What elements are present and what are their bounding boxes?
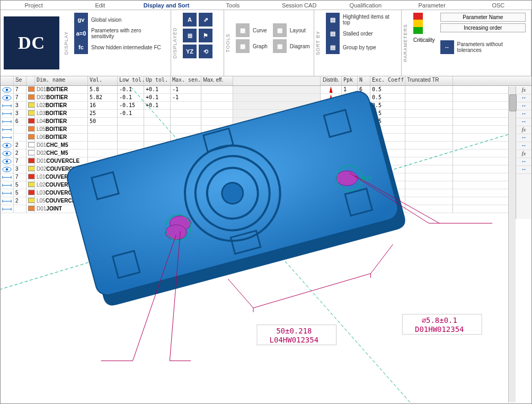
table-row[interactable]: 2D02CHC_M5 (1, 150, 531, 157)
arrow-icon[interactable]: ↔ (516, 118, 531, 126)
sortby-item[interactable]: ▤Highlighted items at top (326, 13, 396, 27)
diagram-icon: ▦ (273, 39, 287, 53)
table-row[interactable]: D01JOINT2.5 (1, 205, 531, 213)
menu-tools[interactable]: Tools (200, 1, 266, 10)
fx-icon[interactable]: fx (516, 126, 531, 134)
col-header[interactable]: Max. eff. (201, 76, 233, 85)
sort-icon: ▤ (326, 13, 340, 27)
parameter-name-button[interactable]: Parameter Name (440, 13, 526, 22)
svg-point-3 (6, 96, 8, 99)
menu-osc[interactable]: OSC (465, 1, 531, 10)
table-row[interactable]: L06BOITIER160.5 (1, 134, 531, 142)
ribbon-group-displayed: DISPLAYED A⇗⊞⚑YZ⟲ (171, 10, 224, 76)
tool-layout[interactable]: ▦Layout (273, 23, 310, 37)
table-row[interactable]: 7D01COUVERCLE60.5 (1, 157, 531, 165)
displayed-icon[interactable]: A (183, 13, 197, 27)
gv-icon: gv (74, 13, 88, 27)
col-header[interactable]: Ppk (342, 76, 358, 85)
col-header[interactable]: N (358, 76, 370, 85)
table-row[interactable]: 3L02BOITIER16-0.15+0.1160.5 (1, 102, 531, 110)
svg-point-5 (6, 144, 8, 147)
svg-text:L04HW012354: L04HW012354 (270, 336, 319, 344)
display-global[interactable]: gvGlobal vision (74, 13, 165, 27)
group-label: SORT BY (315, 31, 321, 55)
menu-qualification[interactable]: Qualification (332, 1, 398, 10)
table-row[interactable]: 2D01CHC_M5 (1, 142, 531, 150)
arrow-icon[interactable]: ↔ (516, 102, 531, 110)
table-row[interactable]: 5L03COUVERCLE2560.5 (1, 189, 531, 197)
col-header[interactable]: Exc. Coeff. (370, 76, 405, 85)
tool-diagram[interactable]: ▦Diagram (273, 39, 310, 53)
fx-icon[interactable]: fx (516, 150, 531, 158)
arrow-icon[interactable]: ↔ (516, 142, 531, 150)
svg-text:50±0.218: 50±0.218 (276, 327, 312, 335)
arrow-icon[interactable]: ↔ (516, 110, 531, 118)
col-header[interactable]: Dim. name (35, 76, 88, 85)
table-row[interactable]: 7L01COUVERCLE60.5 (1, 173, 531, 181)
svg-point-25 (170, 216, 191, 231)
table-row[interactable]: 2L05COUVERCLE0.160.5 (1, 197, 531, 205)
menu-display-and-sort[interactable]: Display and Sort (134, 1, 200, 10)
svg-point-26 (165, 225, 187, 240)
table-row[interactable]: 5L02COUVERCLE1660.5 (1, 181, 531, 189)
grid-header: SeDim. nameVal.Low tol.Up tol.Max. sen.M… (1, 76, 531, 86)
curve-icon: ▦ (236, 23, 250, 37)
tool-curve[interactable]: ▦Curve (236, 23, 268, 37)
sortby-item[interactable]: ▤Stalled order (326, 27, 396, 40)
display-show[interactable]: fcShow hidden intermediate FC (74, 40, 165, 54)
displayed-icon[interactable]: ⇗ (199, 13, 212, 27)
menu-session-cad[interactable]: Session CAD (266, 1, 332, 10)
params-without-tol-button[interactable]: ↔ Parameters without tolerances (440, 40, 526, 54)
col-header[interactable]: Distrib. (321, 76, 342, 85)
svg-point-11 (6, 168, 8, 171)
table-row[interactable]: 6L04BOITIER50160.5 (1, 118, 531, 126)
menubar: ProjectEditDisplay and SortToolsSession … (1, 1, 531, 10)
col-header[interactable]: Max. sen. (171, 76, 201, 85)
display-parameters[interactable]: a=0Parameters with zero sensitivity (74, 27, 165, 40)
col-header[interactable]: Low tol. (118, 76, 144, 85)
svg-rect-17 (113, 251, 140, 278)
sortby-item[interactable]: ▤Group by type (326, 40, 396, 54)
svg-text:D01HW012354: D01HW012354 (415, 325, 464, 333)
displayed-icon[interactable]: YZ (183, 45, 197, 58)
increasing-order-button[interactable]: Increasing order (440, 23, 526, 32)
col-header[interactable] (26, 76, 35, 85)
arrow-icon[interactable]: ↔ (516, 94, 531, 102)
side-icons-column: fx↔↔↔↔fx↔↔fx↔↔ (516, 86, 531, 219)
ribbon-group-parameters: PARAMETERS Criticality Parameter Name In… (402, 10, 531, 76)
svg-point-1 (6, 89, 8, 91)
col-header[interactable]: Se (14, 76, 26, 85)
svg-text:∅5.8±0.1: ∅5.8±0.1 (422, 316, 457, 324)
table-row[interactable]: 7D01BOITIER5.8-0.1+0.1-1160.5 (1, 86, 531, 94)
col-header[interactable]: Val. (88, 76, 118, 85)
arrow-icon[interactable]: ↔ (516, 134, 531, 142)
sort-icon: ▤ (326, 27, 340, 40)
displayed-icon[interactable]: ⟲ (199, 45, 212, 58)
arrow-icon[interactable]: ↔ (516, 158, 531, 166)
displayed-icon[interactable]: ⊞ (183, 29, 197, 42)
tool-graph[interactable]: ▦Graph (236, 39, 268, 53)
menu-parameter[interactable]: Parameter (399, 1, 465, 10)
col-header[interactable] (1, 76, 14, 85)
displayed-icon[interactable]: ⚑ (199, 29, 212, 42)
svg-point-7 (6, 152, 8, 155)
menu-project[interactable]: Project (1, 1, 67, 10)
ribbon: DC DISPLAY gvGlobal visiona=0Parameters … (1, 10, 531, 76)
criticality-icon[interactable] (413, 13, 423, 34)
arrow-icon[interactable]: ↔ (516, 166, 531, 174)
svg-rect-37 (402, 314, 482, 335)
group-label: TOOLS (225, 33, 230, 52)
table-row[interactable]: 7D02BOITIER5.82-0.1+0.1-1160.5 (1, 94, 531, 102)
col-header[interactable] (233, 76, 321, 85)
table-row[interactable]: 3L03BOITIER25-0.1160.5 (1, 110, 531, 118)
table-row[interactable]: L05BOITIER160.5 (1, 126, 531, 134)
svg-rect-19 (230, 231, 260, 254)
col-header[interactable]: Truncated TR (405, 76, 453, 85)
col-header[interactable]: Up tol. (144, 76, 171, 85)
vertical-scrollbar[interactable] (508, 86, 516, 402)
grid-body: 7D01BOITIER5.8-0.1+0.1-1160.57D02BOITIER… (1, 86, 531, 213)
criticality-label: Criticality (413, 37, 435, 43)
table-row[interactable]: 3D02COUVERCLE60.5 (1, 165, 531, 173)
fx-icon[interactable]: fx (516, 86, 531, 94)
menu-edit[interactable]: Edit (67, 1, 133, 10)
